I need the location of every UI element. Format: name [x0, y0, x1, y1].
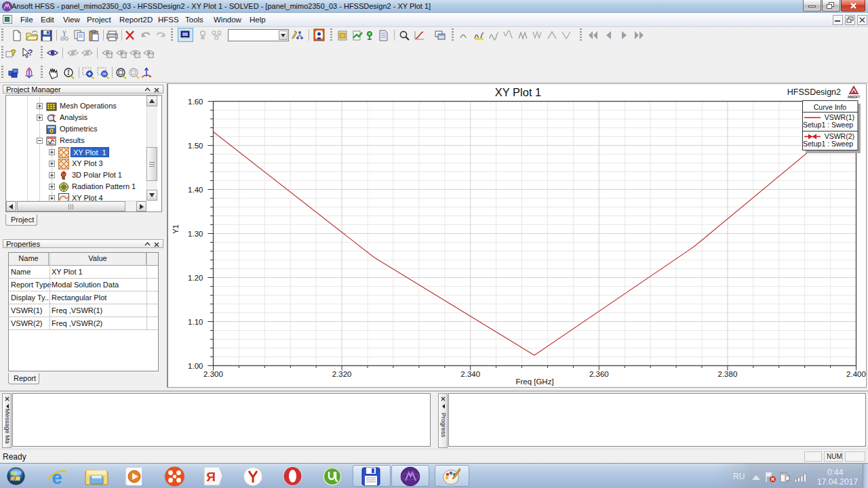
svg-text:Y1: Y1: [172, 224, 180, 234]
svg-text:2.380: 2.380: [718, 370, 738, 378]
svg-text:HFSSDesign2: HFSSDesign2: [787, 87, 841, 97]
svg-text:1.60: 1.60: [188, 98, 203, 106]
svg-text:1.20: 1.20: [188, 274, 203, 282]
svg-text:2.400: 2.400: [846, 370, 866, 378]
svg-text:1.00: 1.00: [188, 362, 203, 370]
svg-text:XY Plot 1: XY Plot 1: [495, 86, 542, 98]
svg-text:Setup1 : Sweep: Setup1 : Sweep: [803, 140, 853, 148]
svg-text:2.300: 2.300: [203, 370, 223, 378]
svg-text:1.40: 1.40: [188, 186, 203, 194]
svg-text:Curve Info: Curve Info: [814, 103, 847, 111]
svg-text:e: e: [52, 467, 62, 487]
svg-text:2.320: 2.320: [332, 370, 352, 378]
svg-text:2.360: 2.360: [589, 370, 609, 378]
svg-text:Freq [GHz]: Freq [GHz]: [515, 378, 553, 386]
svg-text:1.30: 1.30: [188, 230, 203, 238]
svg-text:?: ?: [11, 47, 16, 58]
svg-text:Setup1 : Sweep: Setup1 : Sweep: [803, 121, 853, 129]
svg-text:1.10: 1.10: [188, 318, 203, 326]
svg-text:Я: Я: [206, 470, 216, 484]
svg-text:1.50: 1.50: [188, 142, 203, 150]
svg-text:?: ?: [28, 48, 33, 58]
svg-text:ANSOFT: ANSOFT: [848, 96, 861, 99]
svg-text:2.340: 2.340: [460, 370, 480, 378]
